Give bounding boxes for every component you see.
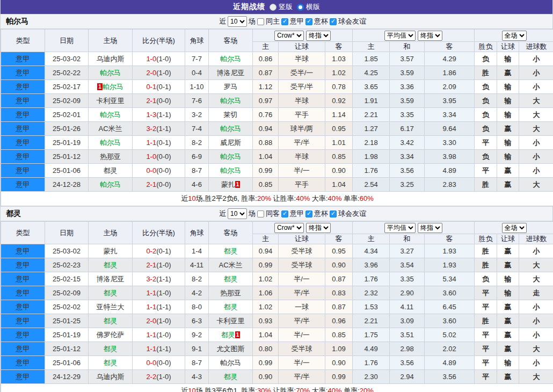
summary-text: 让胜率:: [271, 387, 296, 392]
odds-away-cell: 1.03: [325, 52, 353, 66]
table-body: 意甲25-03-02乌迪内斯1-0(1-0)7-7帕尔马0.86半球1.031.…: [1, 52, 553, 192]
team-name: 都灵: [104, 317, 118, 325]
table-row: 意甲25-02-15博洛尼亚3-2(1-1)8-2都灵1.02半/一0.871.…: [1, 272, 553, 286]
away-team-cell: 都灵: [209, 272, 253, 286]
team-name: 都灵: [224, 303, 238, 311]
table-row: 意甲25-03-02乌迪内斯1-0(1-0)7-7帕尔马0.86半球1.031.…: [1, 52, 553, 66]
fulltime-score: 3-2: [146, 275, 156, 283]
result-handicap-cell: 赢: [497, 122, 519, 136]
home-team-cell: 帕尔马: [89, 66, 133, 80]
bookmaker-select[interactable]: Crow*: [274, 31, 304, 41]
fullmatch-select[interactable]: 全场: [502, 223, 527, 233]
summary-cell: 近10场,胜2平2负6, 胜率:20% 让胜率:40% 大率:40% 单率:60…: [1, 192, 553, 206]
column-header: 角球: [185, 30, 209, 52]
team-name: 热那亚: [220, 289, 241, 297]
table-row: 意甲25-01-06都灵0-0(0-0)8-7帕尔马0.99半/一0.901.7…: [1, 164, 553, 178]
league-cell: 意甲: [1, 272, 45, 286]
home-team-cell: 帕尔马: [89, 178, 133, 192]
summary-text: 场,胜3平6负1, 胜率:: [196, 387, 257, 392]
league-checkbox[interactable]: [281, 18, 288, 25]
sub-column-header: 主: [353, 42, 390, 52]
sub-column-header: 主: [353, 234, 390, 244]
summary-text: 近: [181, 194, 188, 202]
home-team-cell: 卡利亚里: [89, 94, 133, 108]
odds-home-cell: 1.04: [253, 150, 279, 164]
odds-home-cell: 1.02: [253, 272, 279, 286]
away-team-cell: 帕尔马: [209, 122, 253, 136]
avg-draw-cell: 3.54: [390, 258, 425, 272]
handicap-cell: 受半球: [279, 258, 325, 272]
avg-away-cell: 3.60: [425, 286, 475, 300]
column-header: 主场: [89, 222, 133, 244]
home-team-cell: 蒙扎: [89, 244, 133, 258]
odds-home-cell: 0.94: [253, 244, 279, 258]
team-name: 都灵: [224, 275, 238, 283]
stage-select[interactable]: 终指: [306, 223, 331, 233]
same-side-checkbox[interactable]: [257, 210, 264, 217]
team-name: 卡利亚里: [217, 317, 245, 325]
fulltime-score: 2-2: [146, 373, 156, 381]
result-handicap-cell: 赢: [497, 314, 519, 328]
league-checkbox[interactable]: [305, 210, 312, 217]
odds-away-cell: 0.95: [325, 122, 353, 136]
sub-column-header: 进球数: [519, 42, 553, 52]
league-filter-label: 意甲: [290, 209, 304, 219]
odds-away-cell: 1.02: [325, 66, 353, 80]
fulltime-score: 1-1: [146, 331, 156, 339]
sub-column-header: 让球: [497, 42, 519, 52]
table-row: 意甲24-12-28帕尔马2-1(0-0)4-6蒙扎10.85平手1.042.5…: [1, 178, 553, 192]
avg-home-cell: 1.85: [353, 52, 390, 66]
stage-select[interactable]: 终指: [418, 223, 442, 233]
odds-home-cell: 0.85: [253, 178, 279, 192]
league-checkbox[interactable]: [330, 210, 337, 217]
halftime-score: (0-0): [156, 97, 171, 105]
league-checkbox[interactable]: [305, 18, 312, 25]
result-outcome-cell: 胜: [475, 178, 497, 192]
header-group: Crow*终指: [253, 222, 353, 234]
bookmaker-select[interactable]: Crow*: [274, 223, 304, 233]
layout-radio-vertical[interactable]: 竖版: [270, 2, 293, 12]
league-cell: 意甲: [1, 150, 45, 164]
odds-away-cell: 1.04: [325, 178, 353, 192]
score-cell: 1-3(1-1): [133, 108, 185, 122]
league-cell: 意甲: [1, 80, 45, 94]
average-select[interactable]: 平均值: [384, 31, 416, 41]
layout-radio-horizontal[interactable]: 横版: [297, 2, 320, 12]
column-header: 日期: [45, 30, 89, 52]
team-name: 博洛尼亚: [97, 275, 125, 283]
recent-count-select[interactable]: 10: [228, 208, 247, 219]
same-side-checkbox[interactable]: [257, 18, 264, 25]
filter-controls: 近10场同主意甲意杯球会友谊: [219, 14, 366, 28]
league-checkbox[interactable]: [281, 210, 288, 217]
team-name: 佛罗伦萨: [97, 331, 125, 339]
home-team-cell: 乌迪内斯: [89, 370, 133, 384]
handicap-cell: 半/一: [279, 272, 325, 286]
stage-select[interactable]: 终指: [306, 31, 331, 41]
halftime-score: (1-1): [156, 303, 171, 311]
league-checkbox[interactable]: [330, 18, 337, 25]
result-goals-cell: 小: [519, 164, 553, 178]
date-cell: 25-02-09: [45, 286, 89, 300]
summary-rate-value: 20%: [360, 387, 374, 392]
summary-rate-value: 30%: [257, 387, 271, 392]
result-handicap-cell: 赢: [497, 328, 519, 342]
team-name: 乌迪内斯: [97, 55, 125, 63]
avg-home-cell: 2.54: [353, 178, 390, 192]
fullmatch-select[interactable]: 全场: [502, 31, 527, 41]
corner-cell: 9-2: [185, 328, 209, 342]
score-cell: 1-1(0-1): [133, 136, 185, 150]
result-outcome-cell: 平: [475, 328, 497, 342]
handicap-cell: 半/一: [279, 356, 325, 370]
halftime-score: (1-1): [156, 125, 171, 133]
odds-home-cell: 1.12: [253, 80, 279, 94]
result-handicap-cell: 赢: [497, 342, 519, 356]
result-goals-cell: 小: [519, 66, 553, 80]
average-select[interactable]: 平均值: [384, 223, 416, 233]
team-name: 都灵: [104, 166, 118, 175]
stage-select[interactable]: 终指: [418, 31, 442, 41]
table-row: 意甲25-01-26AC米兰3-2(1-1)7-4帕尔马0.94球半/两0.95…: [1, 122, 553, 136]
recent-count-select[interactable]: 10: [228, 16, 247, 27]
result-outcome-cell: 负: [475, 272, 497, 286]
corner-cell: 9-1: [185, 342, 209, 356]
result-goals-cell: 大: [519, 342, 553, 356]
